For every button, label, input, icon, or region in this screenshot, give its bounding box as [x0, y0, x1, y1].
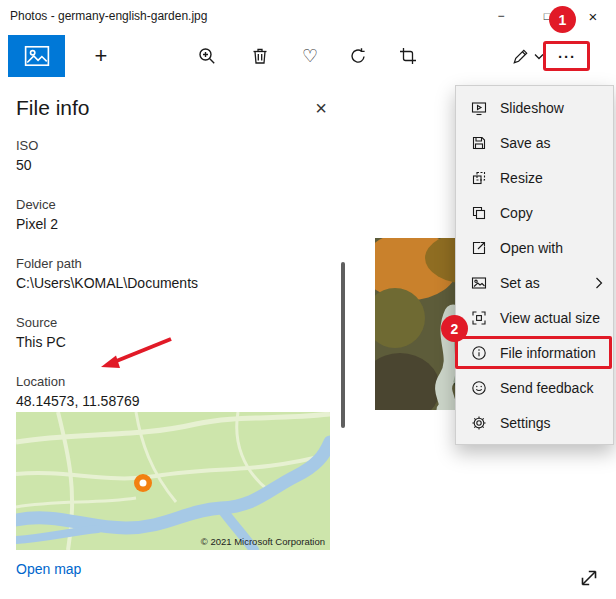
picture-icon — [24, 45, 50, 67]
location-map[interactable]: © 2021 Microsoft Corporation — [16, 412, 330, 550]
title-bar: Photos - germany-english-garden.jpg − □ … — [0, 0, 616, 32]
annotation-arrow — [95, 334, 177, 380]
menu-item-label: Save as — [500, 135, 603, 151]
rotate-icon — [348, 46, 368, 66]
field-folder-path: Folder path C:\Users\KOMAL\Documents — [16, 256, 329, 291]
favorite-button[interactable]: ♡ — [293, 39, 327, 73]
menu-item-send-feedback[interactable]: Send feedback — [456, 370, 613, 405]
field-iso: ISO 50 — [16, 138, 329, 173]
minimize-button[interactable]: − — [478, 0, 524, 32]
field-value: 48.14573, 11.58769 — [16, 393, 329, 409]
window-title: Photos - germany-english-garden.jpg — [0, 9, 478, 23]
menu-item-label: Copy — [500, 205, 603, 221]
menu-item-label: Resize — [500, 170, 603, 186]
menu-item-label: Set as — [500, 275, 582, 291]
menu-item-label: Open with — [500, 240, 603, 256]
save-icon — [471, 135, 487, 151]
annotation-step-1-badge: 1 — [549, 6, 576, 33]
field-label: Device — [16, 197, 329, 212]
trash-icon — [250, 46, 270, 66]
chevron-down-icon — [534, 53, 544, 60]
crop-button[interactable] — [391, 39, 425, 73]
panel-title: File info — [16, 96, 90, 120]
menu-item-save-as[interactable]: Save as — [456, 125, 613, 160]
add-button[interactable]: + — [84, 39, 118, 73]
menu-item-label: Settings — [500, 415, 603, 431]
crop-icon — [398, 46, 418, 66]
copy-icon — [471, 205, 487, 221]
gear-icon — [471, 415, 487, 431]
actual-size-icon — [471, 310, 487, 326]
field-value: Pixel 2 — [16, 216, 329, 232]
heart-icon: ♡ — [302, 45, 318, 67]
open-map-link[interactable]: Open map — [16, 561, 81, 577]
menu-item-copy[interactable]: Copy — [456, 195, 613, 230]
slideshow-icon — [471, 100, 487, 116]
menu-item-label: View actual size — [500, 310, 603, 326]
field-value: 50 — [16, 157, 329, 173]
see-more-context-menu: Slideshow Save as Resize Copy — [455, 85, 614, 445]
expand-diagonal-icon — [578, 567, 608, 589]
annotation-step-2-badge: 2 — [441, 315, 468, 342]
resize-icon — [471, 170, 487, 186]
edit-pen-icon — [511, 47, 530, 66]
menu-item-set-as[interactable]: Set as — [456, 265, 613, 300]
field-label: ISO — [16, 138, 329, 153]
panel-close-button[interactable]: × — [315, 98, 327, 118]
field-label: Folder path — [16, 256, 329, 271]
set-as-icon — [471, 275, 487, 291]
chevron-right-icon — [595, 277, 603, 289]
menu-item-slideshow[interactable]: Slideshow — [456, 90, 613, 125]
map-attribution: © 2021 Microsoft Corporation — [201, 536, 325, 547]
menu-item-resize[interactable]: Resize — [456, 160, 613, 195]
field-value: C:\Users\KOMAL\Documents — [16, 275, 329, 291]
window-controls: − □ × — [478, 0, 616, 32]
annotation-highlight-see-more — [543, 41, 590, 71]
menu-item-settings[interactable]: Settings — [456, 405, 613, 440]
menu-item-label: Send feedback — [500, 380, 603, 396]
field-label: Source — [16, 315, 329, 330]
fullscreen-button[interactable] — [578, 563, 608, 593]
close-button[interactable]: × — [570, 0, 616, 32]
delete-button[interactable] — [243, 39, 277, 73]
field-device: Device Pixel 2 — [16, 197, 329, 232]
zoom-icon — [197, 46, 217, 66]
rotate-button[interactable] — [341, 39, 375, 73]
feedback-icon — [471, 380, 487, 396]
menu-item-open-with[interactable]: Open with — [456, 230, 613, 265]
toolbar: + ♡ — [0, 32, 616, 80]
menu-item-label: Slideshow — [500, 100, 603, 116]
annotation-highlight-file-information — [455, 336, 612, 369]
open-with-icon — [471, 240, 487, 256]
menu-item-view-actual-size[interactable]: View actual size — [456, 300, 613, 335]
zoom-button[interactable] — [190, 39, 224, 73]
panel-scrollbar[interactable] — [341, 262, 345, 428]
photos-app-tile[interactable] — [8, 35, 65, 77]
